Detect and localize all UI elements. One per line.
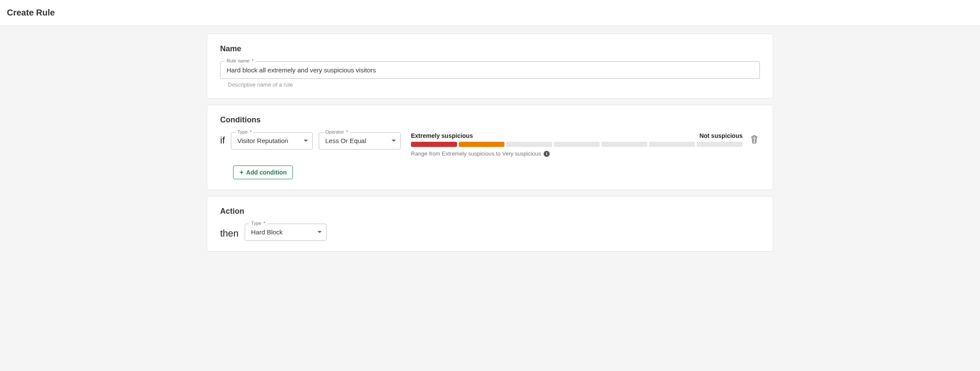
page-title: Create Rule bbox=[7, 8, 973, 18]
condition-type-value: Visitor Reputation bbox=[237, 137, 288, 144]
rule-name-label: Rule name * bbox=[225, 58, 255, 63]
reputation-bar-6[interactable] bbox=[649, 142, 695, 147]
condition-type-label: Type * bbox=[236, 129, 253, 134]
reputation-bar-7[interactable] bbox=[697, 142, 743, 147]
reputation-range-text: Range from Extremely suspicious to Very … bbox=[411, 150, 541, 157]
reputation-slider: Extremely suspicious Not suspicious Rang… bbox=[411, 132, 743, 157]
rule-name-helper: Descriptive name of a rule bbox=[228, 81, 760, 88]
reputation-header: Extremely suspicious Not suspicious bbox=[411, 132, 743, 139]
action-card: Action then Type * Hard Block bbox=[207, 196, 773, 252]
reputation-bars bbox=[411, 142, 743, 147]
reputation-footer: Range from Extremely suspicious to Very … bbox=[411, 150, 743, 157]
conditions-heading: Conditions bbox=[220, 115, 760, 125]
condition-row: if Type * Visitor Reputation Operator * … bbox=[220, 132, 760, 157]
condition-operator-select[interactable]: Operator * Less Or Equal bbox=[319, 132, 401, 150]
condition-operator-value: Less Or Equal bbox=[325, 137, 366, 144]
action-heading: Action bbox=[220, 207, 760, 216]
plus-icon: + bbox=[240, 169, 243, 176]
info-icon[interactable]: i bbox=[544, 151, 550, 157]
name-heading: Name bbox=[220, 44, 760, 53]
reputation-bar-4[interactable] bbox=[554, 142, 600, 147]
reputation-bar-5[interactable] bbox=[601, 142, 647, 147]
chevron-down-icon bbox=[317, 231, 322, 234]
rule-name-field-wrapper: Rule name * bbox=[220, 61, 760, 79]
delete-condition-button[interactable] bbox=[749, 133, 760, 145]
action-type-label: Type * bbox=[249, 221, 267, 226]
reputation-left-label: Extremely suspicious bbox=[411, 132, 473, 139]
chevron-down-icon bbox=[392, 140, 396, 142]
chevron-down-icon bbox=[304, 140, 308, 142]
action-type-select[interactable]: Type * Hard Block bbox=[245, 224, 327, 241]
rule-name-input[interactable] bbox=[226, 66, 754, 74]
action-type-value: Hard Block bbox=[251, 228, 283, 236]
add-condition-label: Add condition bbox=[246, 169, 286, 176]
name-card: Name Rule name * Descriptive name of a r… bbox=[207, 34, 773, 99]
if-keyword: if bbox=[220, 132, 225, 146]
reputation-bar-3[interactable] bbox=[506, 142, 552, 147]
delete-condition-col bbox=[749, 132, 760, 145]
page-header: Create Rule bbox=[0, 0, 980, 26]
conditions-card: Conditions if Type * Visitor Reputation … bbox=[207, 105, 773, 190]
add-condition-button[interactable]: + Add condition bbox=[233, 165, 293, 179]
content-area: Name Rule name * Descriptive name of a r… bbox=[198, 34, 782, 252]
reputation-right-label: Not suspicious bbox=[700, 132, 743, 139]
condition-operator-label: Operator * bbox=[324, 129, 350, 134]
action-row: then Type * Hard Block bbox=[220, 224, 760, 241]
trash-icon bbox=[750, 135, 758, 143]
reputation-bar-2[interactable] bbox=[459, 142, 505, 147]
condition-type-select[interactable]: Type * Visitor Reputation bbox=[231, 132, 313, 150]
reputation-bar-1[interactable] bbox=[411, 142, 457, 147]
then-keyword: then bbox=[220, 225, 239, 239]
